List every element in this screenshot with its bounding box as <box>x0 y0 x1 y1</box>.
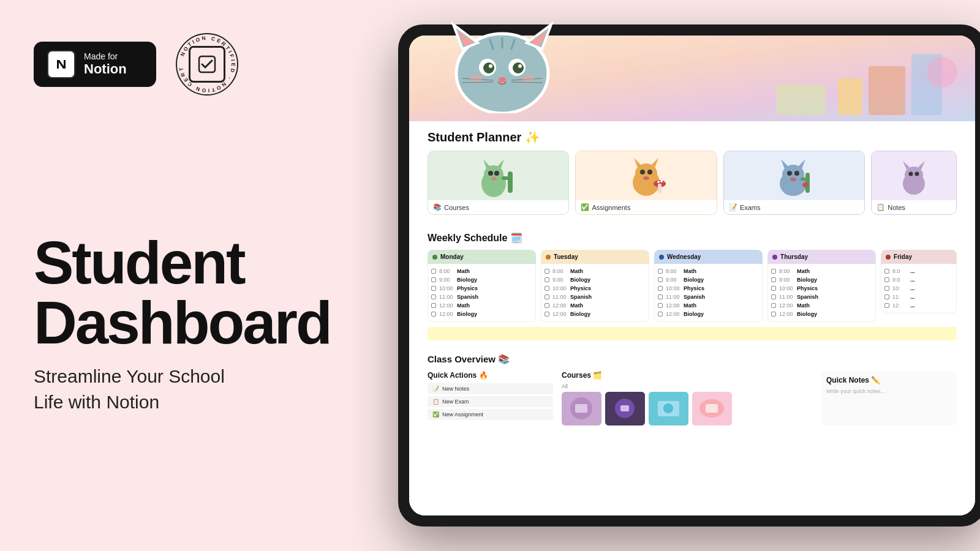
time-row: 10:... <box>884 284 953 293</box>
quick-notes-placeholder[interactable]: Write your quick notes... <box>826 388 952 394</box>
time-row: 9:00Biology <box>545 276 646 284</box>
courses-col-title: Courses 🗂️ <box>562 371 813 380</box>
svg-rect-38 <box>508 171 513 193</box>
course-thumbnails <box>562 392 813 425</box>
monday-column: Monday 8:00Math 9:00Biology 10:00Physics… <box>428 250 536 322</box>
schedule-section-title: Weekly Schedule 🗓️ <box>428 223 957 250</box>
cat-sticker <box>441 6 564 116</box>
made-for-notion-badge: Made for Notion <box>34 42 156 87</box>
svg-rect-28 <box>838 78 862 115</box>
time-row: 8:00Math <box>771 267 872 276</box>
assignments-card-image <box>576 151 716 200</box>
svg-point-62 <box>905 167 923 184</box>
thursday-header: Thursday <box>767 250 876 264</box>
time-row: 11:00Spanish <box>545 293 646 301</box>
new-notes-btn[interactable]: 📝 New Notes <box>428 383 553 394</box>
notion-certified-badge: NOTION CERTIFIED · NOTION CERTIFIED · <box>173 31 241 98</box>
monday-body: 8:00Math 9:00Biology 10:00Physics 11:00S… <box>428 264 536 322</box>
time-row: 8:00Math <box>431 267 532 276</box>
svg-point-36 <box>494 171 499 176</box>
notes-icon: 📝 <box>432 386 439 392</box>
exams-card[interactable]: 📝 Exams <box>723 151 865 215</box>
time-row: 11:00Spanish <box>771 293 872 301</box>
svg-rect-72 <box>620 405 629 411</box>
notes-card-image <box>872 151 956 200</box>
schedule-grid: Monday 8:00Math 9:00Biology 10:00Physics… <box>428 250 957 322</box>
svg-point-24 <box>522 75 534 82</box>
svg-line-22 <box>511 82 542 83</box>
class-overview-title: Class Overview 📚 <box>428 345 957 371</box>
svg-point-57 <box>790 178 796 181</box>
course-thumb-4[interactable] <box>692 392 732 425</box>
certified-checkmark <box>189 46 225 83</box>
new-assignment-btn[interactable]: ✅ New Assignment <box>428 409 553 420</box>
time-row: 12:00Math <box>545 301 646 310</box>
time-row: 12:00Math <box>771 301 872 310</box>
course-thumb-2[interactable] <box>605 392 645 425</box>
assignment-icon: ✅ <box>432 411 439 418</box>
quick-notes-title: Quick Notes ✏️ <box>826 376 952 384</box>
course-thumb-3[interactable] <box>649 392 688 425</box>
svg-marker-34 <box>497 159 504 168</box>
svg-point-18 <box>499 77 506 82</box>
notes-card[interactable]: 📋 Notes <box>871 151 957 215</box>
time-row: 9:0... <box>884 276 953 284</box>
svg-rect-48 <box>658 184 662 193</box>
courses-card[interactable]: 📚 Courses <box>428 151 569 215</box>
title-line2: Dashboard <box>34 293 343 353</box>
svg-point-50 <box>660 180 663 182</box>
time-row: 10:00Physics <box>431 284 532 293</box>
tuesday-body: 8:00Math 9:00Biology 10:00Physics 11:00S… <box>541 264 649 322</box>
time-row: 12:00Biology <box>431 310 532 318</box>
planner-section-title: Student Planner ✨ <box>428 121 957 151</box>
time-row: 11:00Spanish <box>431 293 532 301</box>
svg-rect-30 <box>777 84 826 115</box>
main-title: Student Dashboard <box>34 233 343 353</box>
quick-notes-col: Quick Notes ✏️ Write your quick notes... <box>821 371 957 425</box>
screen-content: Student Planner ✨ <box>409 121 975 515</box>
svg-point-65 <box>909 171 913 176</box>
made-for-label: Made for <box>84 51 127 61</box>
thursday-column: Thursday 8:00Math 9:00Biology 10:00Physi… <box>767 250 876 322</box>
time-row: 12:00Math <box>658 301 759 310</box>
svg-point-15 <box>513 62 524 73</box>
svg-point-37 <box>491 177 497 181</box>
wednesday-column: Wednesday 8:00Math 9:00Biology 10:00Phys… <box>654 250 763 322</box>
tuesday-column: Tuesday 8:00Math 9:00Biology 10:00Physic… <box>541 250 649 322</box>
svg-rect-26 <box>869 66 905 115</box>
svg-line-20 <box>462 82 493 83</box>
wednesday-header: Wednesday <box>654 250 763 264</box>
made-for-notion-text: Made for Notion <box>84 51 127 77</box>
main-title-block: Student Dashboard Streamline Your School… <box>34 233 343 415</box>
class-overview: Quick Actions 🔥 📝 New Notes 📋 New Exam ✅ <box>428 371 957 425</box>
svg-point-46 <box>643 176 649 180</box>
time-row: 10:00Physics <box>545 284 646 293</box>
time-row: 12:00Biology <box>545 310 646 318</box>
course-thumb-1[interactable] <box>562 392 601 425</box>
courses-label: 📚 Courses <box>428 200 568 214</box>
quick-actions-col: Quick Actions 🔥 📝 New Notes 📋 New Exam ✅ <box>428 371 553 425</box>
new-exam-btn[interactable]: 📋 New Exam <box>428 396 553 407</box>
svg-marker-33 <box>483 159 490 168</box>
assignments-card[interactable]: ✅ Assignments <box>575 151 717 215</box>
courses-all-label: All <box>562 383 813 389</box>
right-panel: Student Planner ✨ <box>380 0 980 551</box>
notion-label: Notion <box>84 61 127 77</box>
wednesday-body: 8:00Math 9:00Biology 10:00Physics 11:00S… <box>654 264 763 322</box>
svg-point-49 <box>657 181 660 183</box>
title-line1: Student <box>34 233 343 293</box>
time-row: 11:00Spanish <box>658 293 759 301</box>
exams-card-image <box>724 151 864 200</box>
monday-header: Monday <box>428 250 536 264</box>
notes-label: 📋 Notes <box>872 200 956 214</box>
planner-cards: 📚 Courses <box>428 151 957 223</box>
svg-point-29 <box>927 57 957 88</box>
exams-label: 📝 Exams <box>724 200 864 214</box>
friday-header: Friday <box>881 250 957 264</box>
courses-card-image <box>428 151 568 200</box>
svg-rect-69 <box>575 404 587 413</box>
time-row: 9:00Biology <box>658 276 759 284</box>
time-row: 11:... <box>884 293 953 301</box>
yellow-banner <box>428 327 957 340</box>
svg-point-17 <box>518 64 522 68</box>
